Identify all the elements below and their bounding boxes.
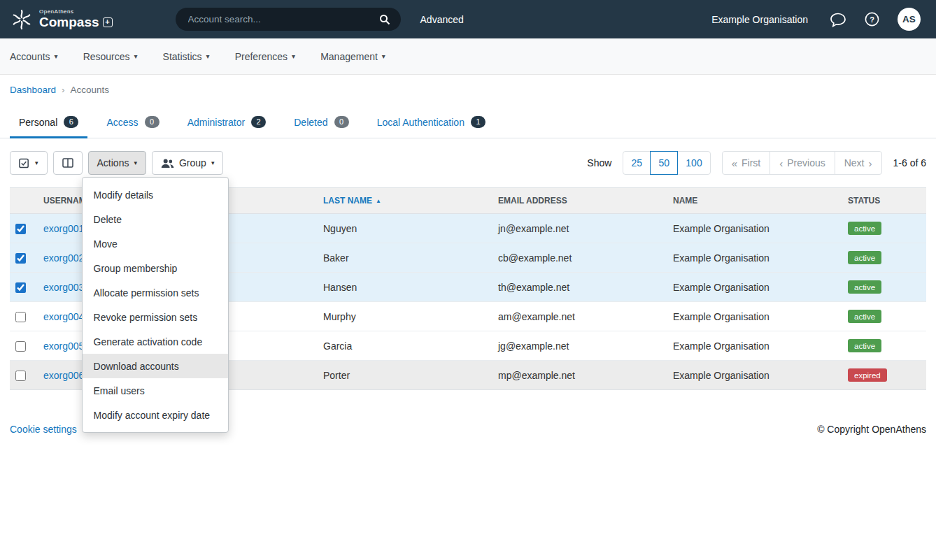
svg-text:?: ?	[870, 15, 874, 24]
menu-item-group-membership[interactable]: Group membership	[83, 256, 228, 280]
previous-page-button[interactable]: ‹ Previous	[770, 151, 835, 175]
help-icon[interactable]: ?	[864, 11, 880, 27]
org-name-cell: Example Organisation	[667, 273, 842, 302]
cookie-settings-link[interactable]: Cookie settings	[10, 424, 77, 435]
actions-wrap: Actions ▾ Modify detailsDeleteMoveGroup …	[88, 151, 146, 175]
last-name-cell: Garcia	[318, 331, 492, 361]
tab-bar: Personal6Access0Administrator2Deleted0Lo…	[0, 95, 936, 138]
org-name-cell: Example Organisation	[667, 302, 842, 331]
account-search	[176, 8, 401, 31]
email-cell: am@example.net	[492, 302, 667, 331]
tab-count-badge: 6	[64, 116, 78, 128]
tab-personal[interactable]: Personal6	[10, 116, 87, 138]
page-size-50-button[interactable]: 50	[650, 151, 678, 175]
col-header-status[interactable]: STATUS	[842, 188, 926, 214]
topbar-right: Example Organisation ? AS	[711, 8, 921, 31]
next-page-button[interactable]: Next ›	[835, 151, 882, 175]
status-cell: active	[842, 331, 926, 361]
brand-logo[interactable]: OpenAthens Compass +	[10, 8, 113, 31]
chevron-down-icon: ▾	[134, 160, 137, 166]
checkbox-icon	[19, 158, 30, 168]
openathens-logo-icon	[10, 8, 34, 31]
nav-item-accounts[interactable]: Accounts▾	[10, 51, 58, 62]
username-link[interactable]: exorg006	[43, 370, 84, 381]
last-name-cell: Murphy	[318, 302, 492, 331]
nav-item-label: Resources	[83, 51, 130, 62]
nav-item-management[interactable]: Management▾	[320, 51, 385, 62]
columns-button[interactable]	[53, 151, 83, 175]
menu-item-allocate-permission-sets[interactable]: Allocate permission sets	[83, 280, 228, 305]
copyright-text: © Copyright OpenAthens	[817, 424, 926, 435]
username-link[interactable]: exorg003	[43, 282, 84, 293]
username-link[interactable]: exorg004	[43, 311, 84, 322]
row-checkbox[interactable]	[15, 282, 26, 293]
last-name-cell: Hansen	[318, 273, 492, 302]
results-range: 1-6 of 6	[893, 157, 926, 168]
last-name-cell: Nguyen	[318, 214, 492, 243]
menu-item-modify-details[interactable]: Modify details	[83, 182, 228, 207]
page-size-100-button[interactable]: 100	[677, 151, 710, 175]
status-cell: active	[842, 243, 926, 273]
menu-item-download-accounts[interactable]: Download accounts	[83, 354, 228, 378]
group-button-label: Group	[179, 157, 206, 168]
username-link[interactable]: exorg001	[43, 223, 84, 234]
row-checkbox[interactable]	[15, 253, 26, 264]
tab-access[interactable]: Access0	[97, 116, 168, 138]
menu-item-email-users[interactable]: Email users	[83, 378, 228, 403]
avatar[interactable]: AS	[898, 8, 921, 31]
columns-icon	[62, 158, 73, 168]
page-size-group: 2550100	[623, 151, 710, 175]
menu-item-move[interactable]: Move	[83, 231, 228, 256]
row-checkbox[interactable]	[15, 224, 26, 234]
breadcrumb-link-dashboard[interactable]: Dashboard	[10, 85, 56, 95]
row-checkbox-cell	[10, 331, 38, 361]
col-header-email[interactable]: EMAIL ADDRESS	[492, 188, 667, 214]
primary-nav: Accounts▾Resources▾Statistics▾Preference…	[0, 38, 936, 75]
actions-menu: Modify detailsDeleteMoveGroup membership…	[82, 177, 229, 433]
tab-deleted[interactable]: Deleted0	[285, 116, 357, 138]
username-link[interactable]: exorg002	[43, 252, 84, 264]
menu-item-modify-account-expiry-date[interactable]: Modify account expiry date	[83, 403, 228, 427]
tab-local-authentication[interactable]: Local Authentication1	[368, 116, 495, 138]
status-badge: expired	[848, 368, 887, 382]
username-link[interactable]: exorg005	[43, 340, 84, 352]
page-size-25-button[interactable]: 25	[623, 151, 651, 175]
actions-button[interactable]: Actions ▾	[88, 151, 146, 175]
col-header-name[interactable]: NAME	[667, 188, 842, 214]
status-cell: active	[842, 273, 926, 302]
menu-item-revoke-permission-sets[interactable]: Revoke permission sets	[83, 305, 228, 329]
first-page-label: First	[742, 157, 760, 168]
tab-administrator[interactable]: Administrator2	[178, 116, 276, 138]
row-checkbox[interactable]	[15, 312, 26, 322]
menu-item-delete[interactable]: Delete	[83, 207, 228, 231]
email-cell: mp@example.net	[492, 361, 667, 390]
plus-icon: +	[103, 17, 113, 27]
tab-label: Personal	[19, 117, 57, 128]
email-cell: jg@example.net	[492, 331, 667, 361]
row-checkbox-cell	[10, 273, 38, 302]
advanced-search-link[interactable]: Advanced	[420, 14, 464, 25]
row-checkbox[interactable]	[15, 341, 26, 352]
row-checkbox[interactable]	[15, 371, 26, 381]
status-badge: active	[848, 339, 881, 352]
account-search-input[interactable]	[176, 8, 401, 31]
menu-item-generate-activation-code[interactable]: Generate activation code	[83, 329, 228, 354]
group-button[interactable]: Group ▾	[152, 151, 223, 175]
breadcrumb-separator-icon: ›	[62, 85, 65, 95]
chevron-down-icon: ▾	[292, 53, 295, 60]
nav-item-resources[interactable]: Resources▾	[83, 51, 138, 62]
chevron-down-icon: ▾	[55, 53, 58, 60]
select-all-button[interactable]: ▾	[10, 151, 48, 175]
chevron-down-icon: ▾	[211, 160, 215, 166]
row-checkbox-cell	[10, 243, 38, 273]
nav-item-statistics[interactable]: Statistics▾	[163, 51, 210, 62]
first-page-button[interactable]: « First	[722, 151, 771, 175]
org-name-cell: Example Organisation	[667, 361, 842, 390]
col-header-last-name[interactable]: LAST NAME▲	[318, 188, 492, 214]
nav-item-preferences[interactable]: Preferences▾	[235, 51, 296, 62]
row-checkbox-cell	[10, 361, 38, 390]
tab-label: Administrator	[187, 117, 245, 128]
chat-icon[interactable]	[830, 12, 846, 27]
search-icon[interactable]	[379, 14, 390, 25]
next-page-label: Next	[844, 157, 865, 168]
